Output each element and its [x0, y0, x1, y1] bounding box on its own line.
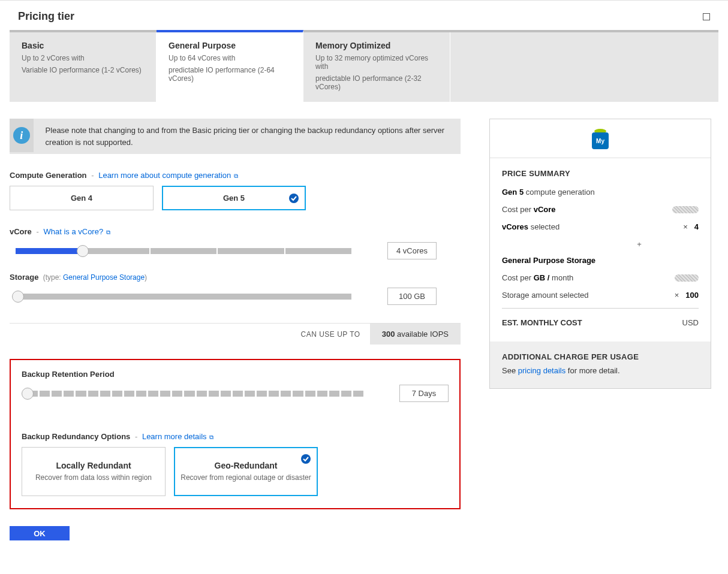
tab-title: General Purpose: [169, 41, 291, 50]
compute-generation-learn-more-link[interactable]: Learn more about compute generation ⧉: [98, 171, 238, 180]
page-title: Pricing tier: [18, 10, 74, 23]
redundancy-learn-more-link[interactable]: Learn more details ⧉: [142, 432, 213, 441]
blurred-value: [672, 206, 699, 213]
redundancy-label: Backup Redundancy Options - Learn more d…: [22, 432, 449, 441]
tab-general-purpose[interactable]: General Purpose Up to 64 vCores with pre…: [157, 30, 303, 102]
tab-desc-line: predictable IO performance (2-32 vCores): [315, 74, 438, 91]
check-icon: [289, 194, 299, 203]
cost-per-gb-line: Cost per GB / month: [502, 273, 699, 282]
tab-title: Basic: [22, 41, 144, 50]
est-cost-line: EST. MONTHLY COST USD: [502, 308, 699, 327]
vcore-help-link[interactable]: What is a vCore? ⧉: [43, 227, 110, 236]
slider-thumb[interactable]: [12, 291, 24, 303]
storage-heading-line: General Purpose Storage: [502, 256, 699, 265]
additional-charge-heading: ADDITIONAL CHARGE PER USAGE: [502, 352, 699, 361]
external-link-icon: ⧉: [104, 229, 110, 235]
option-title: Locally Redundant: [56, 461, 131, 470]
geo-redundant-option[interactable]: Geo-Redundant Recover from regional outa…: [174, 447, 318, 496]
option-label: Gen 5: [223, 194, 245, 203]
tab-desc-line: Variable IO performance (1-2 vCores): [22, 66, 144, 74]
pricing-details-link[interactable]: pricing details: [518, 366, 566, 375]
compute-generation-line: Gen 5 compute generation: [502, 188, 699, 197]
storage-value: 100 GB: [387, 288, 437, 305]
tab-memory-optimized[interactable]: Memory Optimized Up to 32 memory optimiz…: [303, 32, 450, 102]
gen4-option[interactable]: Gen 4: [10, 186, 154, 210]
option-subtitle: Recover from data loss within region: [35, 473, 152, 483]
iops-label: CAN USE UP TO: [291, 324, 369, 345]
tab-desc-line: predictable IO performance (2-64 vCores): [169, 66, 291, 83]
price-summary-panel: My PRICE SUMMARY Gen 5 compute generatio…: [489, 119, 711, 389]
vcore-slider[interactable]: [10, 248, 351, 254]
iops-value: 300 available IOPS: [370, 324, 461, 345]
external-link-icon: ⧉: [208, 434, 214, 440]
vcores-selected-line: vCores selected × 4: [502, 222, 699, 231]
iops-bar: CAN USE UP TO 300 available IOPS: [10, 323, 461, 345]
option-title: Geo-Redundant: [215, 461, 278, 470]
slider-thumb[interactable]: [77, 245, 89, 257]
option-subtitle: Recover from regional outage or disaster: [181, 473, 311, 483]
pricing-tier-tabs: Basic Up to 2 vCores with Variable IO pe…: [10, 32, 718, 102]
maximize-icon[interactable]: [703, 13, 710, 20]
tab-filler: [450, 32, 718, 102]
external-link-icon: ⧉: [232, 173, 238, 179]
tab-basic[interactable]: Basic Up to 2 vCores with Variable IO pe…: [10, 32, 157, 102]
tab-desc-line: Up to 32 memory optimized vCores with: [315, 54, 438, 71]
info-icon: i: [10, 119, 34, 152]
info-text: Please note that changing to and from th…: [34, 119, 461, 154]
tab-desc-line: Up to 64 vCores with: [169, 54, 291, 62]
check-icon: [301, 454, 311, 464]
slider-thumb[interactable]: [22, 388, 34, 400]
blurred-value: [675, 274, 699, 282]
cost-per-vcore-line: Cost per vCore: [502, 205, 699, 214]
vcore-label: vCore - What is a vCore? ⧉: [10, 227, 461, 236]
locally-redundant-option[interactable]: Locally Redundant Recover from data loss…: [22, 447, 166, 496]
ok-button[interactable]: OK: [10, 526, 70, 540]
storage-type-link[interactable]: General Purpose Storage: [63, 273, 145, 282]
mysql-logo: My: [490, 119, 711, 158]
retention-value: 7 Days: [399, 385, 449, 402]
storage-label: Storage (type: General Purpose Storage): [10, 273, 461, 282]
additional-charge-text: See pricing details for more detail.: [502, 366, 699, 375]
compute-generation-label: Compute Generation - Learn more about co…: [10, 171, 461, 180]
tab-desc-line: Up to 2 vCores with: [22, 54, 144, 62]
additional-charge-section: ADDITIONAL CHARGE PER USAGE See pricing …: [490, 342, 711, 388]
tab-title: Memory Optimized: [315, 41, 438, 50]
plus-line: +: [502, 240, 699, 249]
storage-amount-line: Storage amount selected × 100: [502, 291, 699, 300]
info-banner: i Please note that changing to and from …: [10, 119, 461, 154]
vcore-value: 4 vCores: [387, 242, 437, 259]
price-summary-heading: PRICE SUMMARY: [502, 169, 699, 178]
option-label: Gen 4: [71, 194, 92, 203]
storage-slider[interactable]: [10, 294, 351, 300]
retention-slider[interactable]: [22, 391, 363, 397]
gen5-option[interactable]: Gen 5: [162, 186, 306, 210]
retention-label: Backup Retention Period: [22, 370, 449, 379]
backup-highlight-box: Backup Retention Period: [10, 359, 461, 509]
